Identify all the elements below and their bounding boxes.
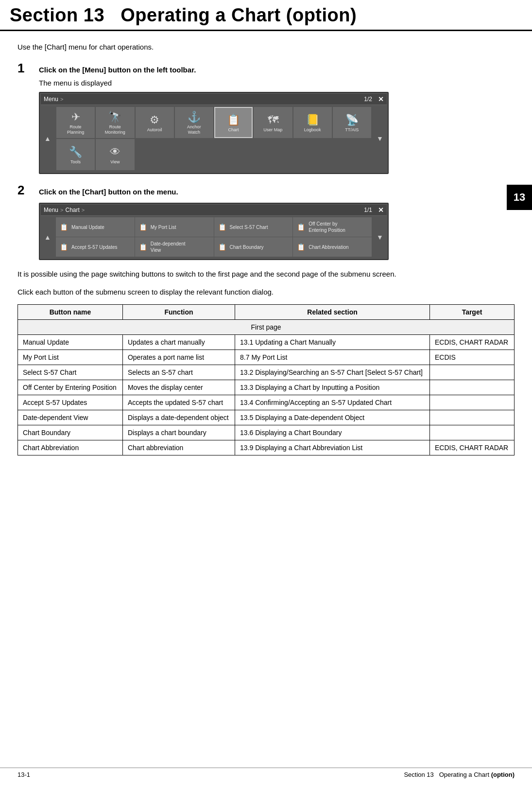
submenu-page-info: 1/1 (364, 207, 372, 213)
page-footer: 13-1 Section 13 Operating a Chart (optio… (0, 768, 532, 778)
submenu-arrow-2: > (82, 207, 85, 213)
table-row: Off Center by Entering PositionMoves the… (18, 380, 515, 395)
table-cell-related_section: 8.7 My Port List (235, 350, 430, 365)
table-cell-function: Moves the display center (122, 380, 235, 395)
menu-scroll-down[interactable]: ▼ (373, 105, 387, 172)
menu-item-logbook[interactable]: 📒 Logbook (293, 107, 332, 138)
submenu-item-off-center[interactable]: 📋 Off Center byEntering Position (293, 217, 372, 237)
tools-icon: 🔧 (69, 146, 82, 158)
page-title: Section 13 Operating a Chart (option) (10, 5, 522, 26)
submenu-item-accept-s57[interactable]: 📋 Accept S-57 Updates (56, 237, 135, 257)
menu-bar-label: Menu (44, 96, 58, 103)
table-row: Chart AbbreviationChart abbreviation13.9… (18, 440, 515, 455)
menu-item-view[interactable]: 👁 View (96, 139, 134, 170)
menu-item-user-map[interactable]: 🗺 User Map (254, 107, 292, 138)
step-1-number: 1 (17, 61, 31, 76)
submenu-mockup: Menu > Chart > 1/1 ✕ ▲ 📋 Manual Update 📋… (39, 203, 389, 260)
user-map-icon: 🗺 (268, 114, 278, 126)
table-cell-target: ECDIS, CHART RADAR (430, 440, 515, 455)
table-cell-function: Selects an S-57 chart (122, 365, 235, 380)
section-badge: 13 (507, 185, 532, 210)
col-related-section: Related section (235, 305, 430, 320)
table-cell-button_name: Select S-57 Chart (18, 365, 123, 380)
submenu-item-chart-boundary[interactable]: 📋 Chart Boundary (214, 237, 293, 257)
footer-section-info: Section 13 Operating a Chart (option) (404, 771, 515, 778)
submenu-item-chart-abbreviation[interactable]: 📋 Chart Abbreviation (293, 237, 372, 257)
menu-item-route-monitoring[interactable]: 🔭 RouteMonitoring (96, 107, 134, 138)
function-table: Button name Function Related section Tar… (17, 304, 515, 455)
submenu-bar: Menu > Chart > 1/1 ✕ (41, 205, 387, 216)
menu-item-autoroil[interactable]: ⚙ Autoroil (136, 107, 174, 138)
select-s57-icon: 📋 (218, 223, 228, 231)
route-monitoring-icon: 🔭 (108, 111, 121, 123)
submenu-item-my-port-list[interactable]: 📋 My Port List (135, 217, 214, 237)
table-cell-related_section: 13.2 Displaying/Searching an S-57 Chart … (235, 365, 430, 380)
main-content: Use the [Chart] menu for chart operation… (0, 31, 532, 467)
menu-scroll-up[interactable]: ▲ (41, 105, 54, 172)
table-cell-button_name: Accept S-57 Updates (18, 395, 123, 410)
submenu-chart-label: Chart (65, 207, 79, 213)
table-cell-function: Updates a chart manually (122, 335, 235, 350)
table-cell-function: Accepts the updated S-57 chart (122, 395, 235, 410)
menu-items-row: ▲ ✈ RoutePlanning 🔭 RouteMonitoring ⚙ (41, 105, 387, 172)
off-center-icon: 📋 (297, 223, 307, 231)
submenu-item-date-dependent[interactable]: 📋 Date-dependentView (135, 237, 214, 257)
menu-page-info: 1/2 (364, 96, 372, 103)
my-port-list-icon: 📋 (139, 223, 149, 231)
route-planning-icon: ✈ (71, 111, 80, 123)
table-cell-target (430, 380, 515, 395)
submenu-arrow-1: > (60, 207, 63, 213)
menu-item-tools[interactable]: 🔧 Tools (56, 139, 95, 170)
submenu-item-select-s57[interactable]: 📋 Select S-57 Chart (214, 217, 293, 237)
first-page-label: First page (18, 320, 515, 335)
step-2: 2 Click on the [Chart] button on the men… (17, 183, 515, 260)
submenu-grid: 📋 Manual Update 📋 My Port List 📋 Select … (54, 216, 373, 258)
page-header: Section 13 Operating a Chart (option) (0, 0, 532, 31)
table-cell-related_section: 13.5 Displaying a Date-dependent Object (235, 410, 430, 425)
step-1-sub: The menu is displayed (39, 79, 515, 87)
menu-item-tt-ais[interactable]: 📡 TT/AIS (333, 107, 371, 138)
submenu-item-manual-update[interactable]: 📋 Manual Update (56, 217, 135, 237)
submenu-menu-label: Menu (44, 207, 58, 213)
table-cell-target (430, 410, 515, 425)
table-row: Date-dependent ViewDisplays a date-depen… (18, 410, 515, 425)
step-1-instruction: Click on the [Menu] button on the left t… (39, 66, 196, 74)
date-dependent-icon: 📋 (139, 243, 149, 251)
table-cell-target: ECDIS, CHART RADAR (430, 335, 515, 350)
col-button-name: Button name (18, 305, 123, 320)
table-cell-related_section: 13.1 Updating a Chart Manually (235, 335, 430, 350)
table-cell-button_name: Off Center by Entering Position (18, 380, 123, 395)
footer-page-number: 13-1 (17, 771, 30, 778)
table-row: Manual UpdateUpdates a chart manually13.… (18, 335, 515, 350)
table-cell-related_section: 13.6 Displaying a Chart Boundary (235, 425, 430, 440)
menu-mockup: Menu > 1/2 ✕ ▲ ✈ RoutePlanning 🔭 RouteMo… (39, 92, 389, 174)
menu-bar-arrow: > (60, 96, 63, 102)
manual-update-icon: 📋 (60, 223, 69, 231)
table-cell-target: ECDIS (430, 350, 515, 365)
menu-bar: Menu > 1/2 ✕ (41, 94, 387, 105)
menu-item-chart[interactable]: 📋 Chart (214, 107, 253, 138)
table-cell-button_name: Date-dependent View (18, 410, 123, 425)
table-cell-target (430, 365, 515, 380)
submenu-close-icon[interactable]: ✕ (378, 206, 384, 214)
table-cell-button_name: Chart Abbreviation (18, 440, 123, 455)
table-cell-related_section: 13.9 Displaying a Chart Abbreviation Lis… (235, 440, 430, 455)
accept-s57-icon: 📋 (60, 243, 69, 251)
submenu-scroll-down[interactable]: ▼ (373, 216, 387, 258)
chart-boundary-icon: 📋 (218, 243, 228, 251)
col-target: Target (430, 305, 515, 320)
menu-item-anchor-watch[interactable]: ⚓ AnchorWatch (175, 107, 213, 138)
table-cell-button_name: Manual Update (18, 335, 123, 350)
table-row: Accept S-57 UpdatesAccepts the updated S… (18, 395, 515, 410)
menu-close-icon[interactable]: ✕ (378, 95, 384, 103)
chart-abbreviation-icon: 📋 (297, 243, 307, 251)
menu-item-route-planning[interactable]: ✈ RoutePlanning (56, 107, 95, 138)
table-cell-button_name: My Port List (18, 350, 123, 365)
table-cell-button_name: Chart Boundary (18, 425, 123, 440)
view-icon: 👁 (110, 146, 120, 158)
table-cell-related_section: 13.3 Displaying a Chart by Inputting a P… (235, 380, 430, 395)
table-cell-function: Displays a date-dependent object (122, 410, 235, 425)
submenu-scroll-up[interactable]: ▲ (41, 216, 54, 258)
step-2-number: 2 (17, 183, 31, 198)
col-function: Function (122, 305, 235, 320)
